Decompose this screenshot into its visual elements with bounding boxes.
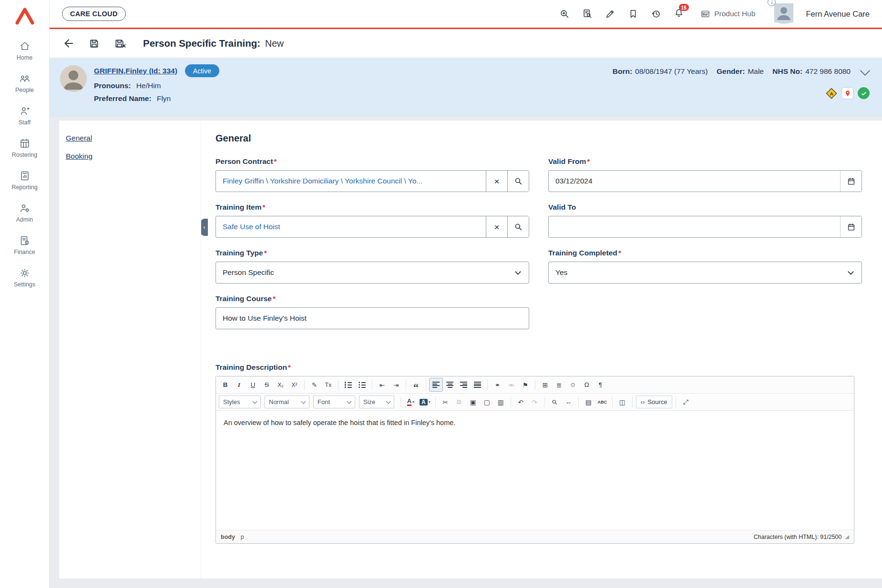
align-right-button[interactable]: [457, 378, 470, 391]
indent-button[interactable]: ⇥: [390, 378, 402, 391]
styles-dropdown[interactable]: Styles: [219, 395, 261, 408]
bookmark-icon[interactable]: [628, 9, 638, 19]
valid-from-calendar-button[interactable]: [840, 171, 861, 192]
save-icon[interactable]: [89, 38, 100, 49]
panel-collapse-tab[interactable]: ‹: [201, 219, 208, 236]
element-path-p[interactable]: p: [241, 534, 244, 540]
nhs-value: 472 986 8080: [805, 67, 851, 75]
blockquote-button[interactable]: “: [410, 378, 422, 391]
training-item-input: Safe Use of Hoist ×: [215, 216, 529, 238]
person-contract-value[interactable]: Finley Griffin \ Yorkshire Domiciliary \…: [216, 177, 486, 185]
size-dropdown[interactable]: Size: [359, 395, 394, 408]
cut-button[interactable]: ✂: [439, 395, 452, 408]
valid-to-calendar-button[interactable]: [840, 216, 861, 237]
align-left-button[interactable]: [430, 378, 442, 391]
remove-format-button[interactable]: Tx: [322, 378, 335, 391]
paste-plain-text-button[interactable]: ▢: [481, 395, 493, 408]
replace-button[interactable]: ↔: [562, 395, 575, 408]
find-button[interactable]: ⚲: [548, 395, 561, 408]
sidebar-item-label: Home: [17, 54, 32, 61]
subnav-item-general[interactable]: General: [66, 134, 201, 142]
app-logo[interactable]: [14, 7, 35, 28]
subnav-item-booking[interactable]: Booking: [66, 152, 201, 161]
training-completed-select[interactable]: Yes: [548, 262, 862, 284]
valid-to-field: Valid To: [548, 203, 862, 238]
sidebar-item-staff[interactable]: Staff: [0, 99, 49, 132]
pronouns-row: Pronouns: He/Him: [94, 81, 219, 90]
separator: [304, 380, 305, 390]
sidebar-item-settings[interactable]: Settings: [0, 261, 49, 294]
training-type-select[interactable]: Person Specific: [215, 262, 529, 284]
maximize-button[interactable]: ⤢: [679, 395, 692, 408]
sidebar-item-home[interactable]: Home: [0, 34, 49, 67]
select-all-button[interactable]: ▤: [582, 395, 595, 408]
document-search-icon[interactable]: [582, 9, 593, 19]
strikethrough-button[interactable]: S: [260, 378, 273, 391]
notifications[interactable]: 15: [674, 8, 684, 20]
ordered-list-button[interactable]: [342, 378, 355, 391]
back-icon[interactable]: [63, 38, 74, 49]
training-course-input[interactable]: How to Use Finley's Hoist: [215, 307, 529, 329]
pronouns-label: Pronouns:: [94, 81, 131, 90]
smiley-button[interactable]: ☺: [566, 378, 579, 391]
bold-button[interactable]: B: [219, 378, 232, 391]
paste-button[interactable]: ▣: [467, 395, 480, 408]
patient-name-link[interactable]: GRIFFIN,Finley (Id: 334): [94, 67, 177, 75]
unordered-list-button[interactable]: [356, 378, 369, 391]
rostering-icon: [19, 138, 31, 149]
text-color-button[interactable]: A▾: [404, 395, 417, 408]
resize-grip-icon[interactable]: ◢: [845, 534, 849, 540]
align-center-button[interactable]: [443, 378, 456, 391]
source-button[interactable]: ‹›Source: [636, 395, 672, 408]
sidebar-item-finance[interactable]: Finance: [0, 229, 49, 261]
banner-collapse-chevron-icon[interactable]: [860, 66, 870, 76]
editor-content[interactable]: An overview of how to safely operate the…: [216, 411, 854, 530]
insert-table-button[interactable]: ⊞: [539, 378, 552, 391]
verified-check-icon[interactable]: [858, 87, 870, 99]
italic-button[interactable]: I: [233, 378, 246, 391]
align-justify-button[interactable]: [471, 378, 484, 391]
anchor-flag-button[interactable]: ⚑: [519, 378, 532, 391]
preview-button[interactable]: ◫: [616, 395, 629, 408]
special-character-button[interactable]: Ω: [580, 378, 593, 391]
product-hub-link[interactable]: Product Hub: [700, 9, 755, 19]
svg-text:A: A: [830, 91, 833, 96]
undo-button[interactable]: ↶: [514, 395, 527, 408]
sidebar-item-admin[interactable]: Admin: [0, 196, 49, 229]
underline-button[interactable]: U: [246, 378, 259, 391]
hazard-warning-icon[interactable]: A: [826, 88, 837, 99]
training-item-search-button[interactable]: [507, 216, 529, 237]
outdent-button[interactable]: ⇤: [376, 378, 389, 391]
page-break-button[interactable]: ¶: [594, 378, 607, 391]
copy-formatting-button[interactable]: ✎: [308, 378, 321, 391]
save-and-close-icon[interactable]: [114, 38, 126, 49]
superscript-button[interactable]: X²: [288, 378, 301, 391]
font-dropdown[interactable]: Font: [313, 395, 355, 408]
sidebar: Home People Staff Rostering Reporting Ad…: [0, 0, 50, 588]
sidebar-item-reporting[interactable]: Reporting: [0, 164, 49, 196]
sidebar-item-people[interactable]: People: [0, 67, 49, 99]
sidebar-item-rostering[interactable]: Rostering: [0, 132, 49, 164]
horizontal-line-button[interactable]: ≣: [553, 378, 565, 391]
person-contract-search-button[interactable]: [507, 171, 529, 192]
edit-icon[interactable]: [605, 9, 615, 19]
valid-from-value[interactable]: 03/12/2024: [549, 177, 840, 185]
insert-link-button[interactable]: ⚭: [491, 378, 504, 391]
zoom-in-icon[interactable]: [559, 9, 570, 19]
subscript-button[interactable]: X₂: [274, 378, 287, 391]
paste-from-word-button[interactable]: ▥: [494, 395, 507, 408]
user-avatar[interactable]: i: [774, 3, 793, 24]
training-item-clear-button[interactable]: ×: [486, 216, 507, 237]
background-color-button[interactable]: A▾: [418, 395, 432, 408]
training-item-value[interactable]: Safe Use of Hoist: [216, 223, 486, 231]
history-icon[interactable]: [651, 9, 661, 19]
training-description-label: Training Description*: [215, 363, 862, 372]
location-marker-icon[interactable]: [841, 87, 853, 99]
spell-check-button[interactable]: ABC: [596, 395, 609, 408]
paragraph-format-dropdown[interactable]: Normal: [265, 395, 309, 408]
account-name[interactable]: Fern Avenue Care: [806, 10, 870, 19]
care-cloud-badge[interactable]: CARE CLOUD: [62, 7, 126, 21]
element-path-body[interactable]: body: [221, 534, 235, 540]
valid-to-label: Valid To: [548, 203, 862, 212]
person-contract-clear-button[interactable]: ×: [486, 171, 507, 192]
